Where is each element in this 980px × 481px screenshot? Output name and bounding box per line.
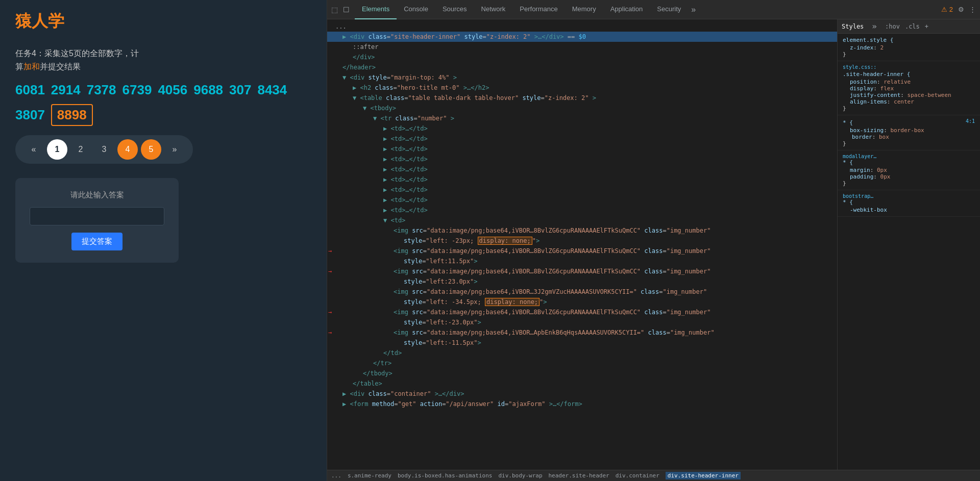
dom-line-td3[interactable]: ▶ <td>…</td> — [327, 144, 837, 154]
dom-line-td9[interactable]: ▶ <td>…</td> — [327, 205, 837, 215]
dom-line-1[interactable]: ▶ <div class="site-header-inner" style="… — [327, 32, 837, 42]
bottom-crumb-anime[interactable]: s.anime-ready — [348, 472, 391, 479]
prev-page-button[interactable]: « — [23, 139, 44, 160]
modallayer-source: modallayer… — [843, 154, 876, 159]
tab-sources[interactable]: Sources — [435, 0, 474, 19]
warning-badge: ⚠ 2 — [941, 6, 953, 13]
tab-security[interactable]: Security — [650, 0, 688, 19]
responsive-icon[interactable]: ☐ — [343, 6, 350, 14]
devtools-panel: ⬚ ☐ Elements Console Sources Network Per… — [327, 0, 980, 481]
dom-panel[interactable]: ... ▶ <div class="site-header-inner" sty… — [327, 19, 837, 470]
settings-icon[interactable]: ⚙ — [958, 6, 964, 13]
next-page-button[interactable]: » — [164, 139, 185, 160]
more-options-icon[interactable]: ⋮ — [969, 6, 976, 13]
universal-close: } — [843, 140, 975, 147]
more-tabs-icon[interactable]: » — [688, 5, 699, 14]
dom-line-td6[interactable]: ▶ <td>…</td> — [327, 174, 837, 185]
styles-hov[interactable]: :hov — [885, 23, 900, 30]
dom-line-tr[interactable]: ▼ <tr class="number" > — [327, 113, 837, 123]
universal-selector: * { — [843, 119, 975, 126]
dom-line-td-open[interactable]: ▼ <td> — [327, 215, 837, 225]
dom-line-td8[interactable]: ▶ <td>…</td> — [327, 195, 837, 205]
number-value: 4056 — [158, 82, 187, 98]
tab-performance[interactable]: Performance — [512, 0, 565, 19]
dom-line-tbody[interactable]: ▼ <tbody> — [327, 103, 837, 113]
dom-line-form[interactable]: ▶ <form method="get" action="/api/answer… — [327, 399, 837, 409]
task-highlight: 加和 — [23, 62, 40, 71]
element-style-props: z-index: 2 — [843, 44, 975, 51]
answer-input[interactable] — [30, 207, 164, 225]
tab-elements[interactable]: Elements — [355, 0, 397, 19]
bottom-ellipsis[interactable]: ... — [331, 472, 341, 479]
dom-line-container[interactable]: ▶ <div class="container" >…</div> — [327, 389, 837, 399]
element-style-section: element.style { z-index: 2 } — [838, 34, 980, 61]
dom-line-img5[interactable]: 8 → <img src="data:image/png;base64,iVBO… — [327, 307, 837, 317]
dom-line-img6[interactable]: 9 → <img src="data:image/png;base64,iVBO… — [327, 327, 837, 338]
devtools-right-icons: ⚠ 2 ⚙ ⋮ — [941, 6, 976, 13]
styles-more-icon[interactable]: » — [869, 21, 880, 31]
bottom-crumb-header[interactable]: header.site-header — [549, 472, 609, 479]
styles-tab-main[interactable]: Styles — [842, 23, 864, 30]
tab-application[interactable]: Application — [603, 0, 650, 19]
logo: 猿人学 — [15, 10, 311, 33]
answer-box-title: 请此处输入答案 — [30, 190, 164, 200]
tab-console[interactable]: Console — [397, 0, 435, 19]
site-header-inner-selector: .site-header-inner { — [843, 71, 975, 78]
bottom-crumb-site-header-inner[interactable]: div.site-header-inner — [666, 472, 741, 479]
number-value: 8434 — [257, 82, 287, 98]
dom-line-close-tr: </tr> — [327, 358, 837, 368]
dom-line-td4[interactable]: ▶ <td>…</td> — [327, 154, 837, 164]
page-5-button[interactable]: 5 — [141, 139, 161, 160]
number-value: 2914 — [51, 82, 81, 98]
universal-style-section: 4:1 * { box-sizing: border-box border: b… — [838, 115, 980, 150]
pagination: « 1 2 3 4 5 » — [15, 135, 193, 164]
task-text-2: 算 — [15, 62, 23, 71]
dom-line-close-table: </table> — [327, 378, 837, 389]
submit-button[interactable]: 提交答案 — [71, 233, 122, 250]
tab-memory[interactable]: Memory — [565, 0, 603, 19]
bottom-crumb-body[interactable]: body.is-boxed.has-animations — [398, 472, 492, 479]
dom-line-img3[interactable]: 8 → <img src="data:image/png;base64,iVBO… — [327, 266, 837, 276]
dom-line-img1[interactable]: <img src="data:image/png;base64,iVBOR…8B… — [327, 225, 837, 236]
bottom-crumb-container[interactable]: div.container — [616, 472, 659, 479]
inspect-icon[interactable]: ⬚ — [331, 6, 338, 14]
page-3-button[interactable]: 3 — [94, 139, 114, 160]
styles-plus[interactable]: + — [925, 23, 928, 30]
page-4-button[interactable]: 4 — [117, 139, 138, 160]
universal-props: box-sizing: border-box border: box — [843, 127, 975, 140]
task-text-3: 并提交结果 — [40, 62, 81, 71]
bottom-crumb-bodywrap[interactable]: div.body-wrap — [498, 472, 542, 479]
dom-line-td7[interactable]: ▶ <td>…</td> — [327, 185, 837, 195]
modallayer-props: margin: 0px padding: 0px — [843, 167, 975, 180]
dom-line-img2-style: style="left:11.5px"> — [327, 256, 837, 266]
dom-line-td1[interactable]: ▶ <td>…</td> — [327, 123, 837, 134]
number-value: 7378 — [87, 82, 116, 98]
numbers-row: 608129147378673940569688307843438078898 — [15, 82, 311, 126]
number-value: 8898 — [51, 104, 93, 126]
dom-line-img3-style: style="left:23.0px"> — [327, 276, 837, 287]
dom-line-h2[interactable]: ▶ <h2 class="hero-title mt-0" >…</h2> — [327, 83, 837, 93]
element-style-header: element.style { — [843, 37, 975, 43]
styles-cls[interactable]: .cls — [905, 23, 920, 30]
number-value: 6739 — [122, 82, 152, 98]
page-2-button[interactable]: 2 — [70, 139, 91, 160]
dom-line-close-div1: </div> — [327, 52, 837, 62]
dom-line-table[interactable]: ▼ <table class="table table-dark table-h… — [327, 93, 837, 103]
modallayer-section: modallayer… * { margin: 0px padding: 0px… — [838, 150, 980, 190]
task-text-1: 任务4：采集这5页的全部数字，计 — [15, 49, 139, 58]
answer-box: 请此处输入答案 提交答案 — [15, 178, 179, 263]
dom-line-td5[interactable]: ▶ <td>…</td> — [327, 164, 837, 174]
dom-line-img4[interactable]: <img src="data:image/png;base64,iVBOR…3J… — [327, 287, 837, 297]
left-panel: 猿人学 任务4：采集这5页的全部数字，计 算加和并提交结果 6081291473… — [0, 0, 327, 481]
page-1-button[interactable]: 1 — [47, 139, 67, 160]
dom-line-td2[interactable]: ▶ <td>…</td> — [327, 134, 837, 144]
devtools-main: ... ▶ <div class="site-header-inner" sty… — [327, 19, 980, 470]
styles-toolbar: Styles » :hov .cls + — [838, 19, 980, 34]
dom-line-div-margin[interactable]: ▼ <div style="margin-top: 4%" > — [327, 72, 837, 83]
dom-line-close-header: </header> — [327, 62, 837, 72]
number-value: 6081 — [15, 82, 45, 98]
tab-network[interactable]: Network — [474, 0, 513, 19]
dom-line-img2[interactable]: 8 → <img src="data:image/png;base64,iVBO… — [327, 246, 837, 256]
dom-line-close-tbody: </tbody> — [327, 368, 837, 378]
bootstrap-section: bootstrap… * { -webkit-box — [838, 190, 980, 217]
